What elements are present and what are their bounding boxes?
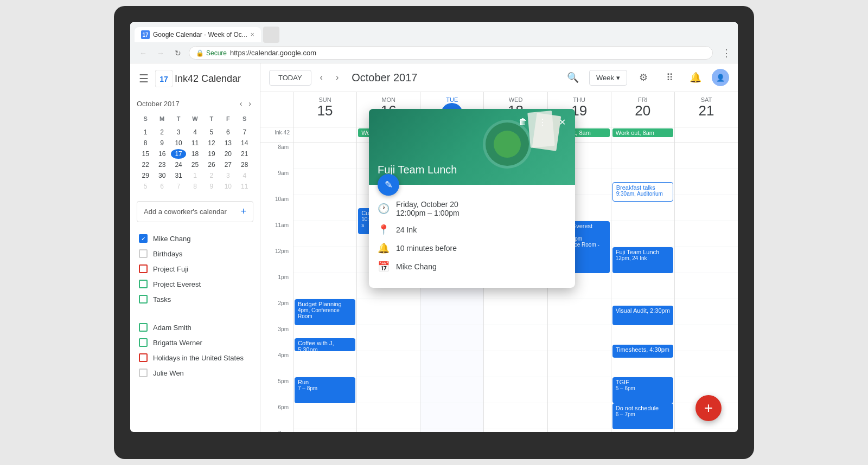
location-icon: 📍 — [378, 224, 390, 236]
allday-label: Ink-42 — [275, 130, 290, 135]
event-visual-audit[interactable]: Visual Audit, 2:30pm — [612, 306, 673, 325]
mini-cal-header: October 2017 ‹ › — [137, 98, 253, 109]
calendar-name-projectfuji: Project Fuji — [153, 265, 188, 273]
allday-cell-fri[interactable]: Work out, 8am — [611, 127, 674, 143]
event-title: Coffee with J, 5:30pm — [298, 340, 352, 351]
time-4pm: 4pm — [260, 351, 293, 377]
browser-address-bar: ← → ↻ 🔒 Secure https://calendar.google.c… — [130, 43, 738, 63]
calendar-item-holidays[interactable]: Holidays in the United States — [130, 350, 260, 365]
secure-label: Secure — [206, 49, 227, 57]
active-tab[interactable]: 17 Google Calendar - Week of Oc... × — [135, 27, 261, 42]
food-inner — [494, 131, 521, 158]
address-bar[interactable]: 🔒 Secure https://calendar.google.com — [189, 46, 713, 60]
calendar-item-brigatta[interactable]: Brigatta Werner — [130, 335, 260, 350]
projectfuji-checkbox[interactable] — [139, 264, 148, 273]
tab-favicon: 17 — [141, 30, 150, 39]
event-time: 6 – 7pm — [616, 411, 670, 417]
tab-close-button[interactable]: × — [251, 31, 254, 38]
next-week-button[interactable]: › — [331, 70, 343, 85]
app-logo: 17 Ink42 Calendar — [155, 70, 241, 87]
calendar-item-projecteverest[interactable]: Project Everest — [130, 276, 260, 292]
popup-calendar: Mike Chang — [396, 262, 437, 271]
time-12pm: 12pm — [260, 247, 293, 273]
sidebar: ☰ 17 Ink42 Calendar — [130, 63, 260, 432]
laptop-screen: 17 Google Calendar - Week of Oc... × ← →… — [130, 22, 738, 432]
calendar-item-adamsmith[interactable]: Adam Smith — [130, 320, 260, 335]
holidays-checkbox[interactable] — [139, 353, 148, 362]
apps-button[interactable]: ⠿ — [660, 68, 679, 87]
event-title: TGIF — [616, 379, 670, 385]
event-timesheets[interactable]: Timesheets, 4:30pm — [612, 345, 673, 358]
time-5pm: 5pm — [260, 377, 293, 403]
event-donotschedule[interactable]: Do not schedule 6 – 7pm — [612, 403, 673, 429]
time-7pm: 7pm — [260, 429, 293, 432]
view-selector[interactable]: Week ▾ — [589, 70, 627, 86]
event-run[interactable]: Run 7 – 8pm — [295, 377, 355, 403]
allday-event-fri[interactable]: Work out, 8am — [612, 128, 673, 137]
allday-cell-sun[interactable] — [293, 127, 356, 143]
calendar-item-juliewen[interactable]: Julie Wen — [130, 365, 260, 380]
calendar-item-birthdays[interactable]: Birthdays — [130, 246, 260, 261]
fab-create[interactable]: + — [695, 395, 722, 421]
popup-more-button[interactable]: ⋮ — [534, 113, 551, 131]
event-coffee[interactable]: Coffee with J, 5:30pm — [295, 338, 355, 351]
day-col-sun[interactable]: Budget Planning 4pm, Conference Room Cof… — [293, 143, 356, 432]
add-coworker-button[interactable]: Add a coworker's calendar + — [137, 201, 253, 222]
prev-week-button[interactable]: ‹ — [316, 70, 327, 85]
reload-button[interactable]: ↻ — [171, 47, 184, 60]
event-title: Budget Planning — [298, 301, 352, 307]
popup-edit-button[interactable]: ✎ — [378, 174, 399, 196]
today-button[interactable]: TODAY — [269, 70, 311, 86]
browser-chrome: 17 Google Calendar - Week of Oc... × ← →… — [130, 22, 738, 63]
back-button[interactable]: ← — [137, 47, 150, 60]
browser-menu-button[interactable]: ⋮ — [722, 47, 731, 59]
allday-cell-sat[interactable] — [674, 127, 738, 143]
calendar-section-divider — [130, 311, 260, 315]
user-avatar[interactable]: 👤 — [712, 69, 729, 86]
app-container: ☰ 17 Ink42 Calendar — [130, 63, 738, 432]
other-calendars-list: Adam Smith Brigatta Werner Holidays in t… — [130, 315, 260, 385]
search-button[interactable]: 🔍 — [563, 68, 583, 87]
calendar-name-tasks: Tasks — [153, 295, 171, 303]
calendar-name-mikechang: Mike Chang — [153, 235, 190, 243]
popup-location-row: 📍 24 Ink — [378, 224, 566, 236]
time-2pm: 2pm — [260, 299, 293, 325]
calendar-icon: 📅 — [378, 261, 390, 273]
settings-button[interactable]: ⚙ — [634, 68, 653, 87]
event-budget-planning[interactable]: Budget Planning 4pm, Conference Room — [295, 299, 355, 325]
day-header-sat: SAT 21 — [674, 92, 738, 127]
notifications-button[interactable]: 🔔 — [686, 68, 705, 87]
day-col-fri[interactable]: Breakfast talks 9:30am, Auditorium Fuji … — [611, 143, 674, 432]
mini-cal-next[interactable]: › — [246, 98, 253, 109]
event-title: Breakfast talks — [616, 184, 669, 191]
birthdays-checkbox[interactable] — [139, 249, 148, 258]
calendar-name-adamsmith: Adam Smith — [153, 324, 192, 332]
popup-location: 24 Ink — [396, 225, 417, 234]
top-toolbar: TODAY ‹ › October 2017 🔍 Week ▾ ⚙ ⠿ 🔔 👤 — [260, 63, 738, 92]
juliewen-checkbox[interactable] — [139, 369, 148, 377]
popup-body: 🕐 Friday, October 20 12:00pm – 1:00pm 📍 … — [369, 185, 575, 288]
popup-close-button[interactable]: ✕ — [553, 113, 571, 131]
day-header-fri: FRI 20 — [611, 92, 674, 127]
time-6pm: 6pm — [260, 403, 293, 429]
event-time: 4pm, Conference Room — [298, 307, 352, 319]
tasks-checkbox[interactable] — [139, 295, 148, 303]
clock-icon: 🕐 — [378, 203, 390, 215]
time-9am: 9am — [260, 169, 293, 195]
event-tgif[interactable]: TGIF 5 – 6pm — [612, 377, 673, 403]
mini-cal-prev[interactable]: ‹ — [238, 98, 245, 109]
new-tab-button[interactable] — [263, 27, 279, 43]
projecteverest-checkbox[interactable] — [139, 280, 148, 288]
hamburger-menu[interactable]: ☰ — [139, 72, 149, 85]
adamsmith-checkbox[interactable] — [139, 323, 148, 332]
calendar-item-tasks[interactable]: Tasks — [130, 292, 260, 307]
calendar-item-projectfuji[interactable]: Project Fuji — [130, 261, 260, 276]
forward-button[interactable]: → — [154, 47, 167, 60]
calendar-item-mikechang[interactable]: Mike Chang — [130, 231, 260, 246]
popup-delete-button[interactable]: 🗑 — [514, 113, 532, 131]
brigatta-checkbox[interactable] — [139, 338, 148, 347]
day-col-sat[interactable] — [674, 143, 738, 432]
event-fuji-lunch-fri[interactable]: Fuji Team Lunch 12pm, 24 Ink — [612, 247, 673, 273]
event-breakfast-talks[interactable]: Breakfast talks 9:30am, Auditorium — [612, 182, 673, 202]
mikechang-checkbox[interactable] — [139, 234, 148, 243]
